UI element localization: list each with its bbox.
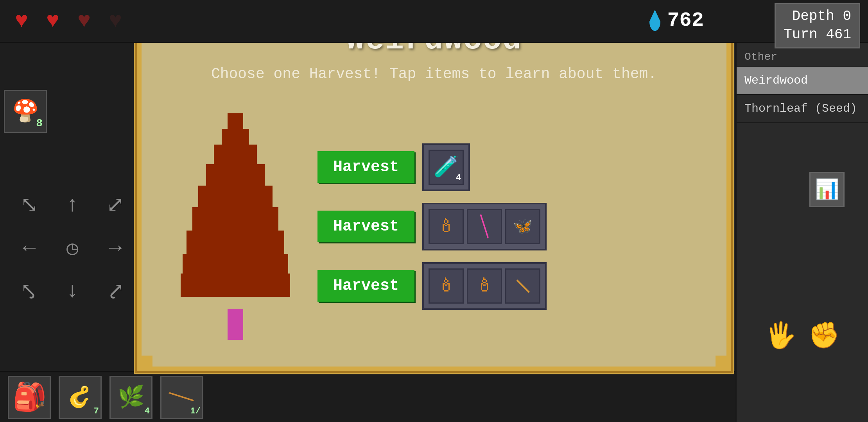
hand-icons-area: 🖐 ✊	[737, 320, 868, 352]
plant-badge: 4	[145, 406, 150, 416]
dpad-left[interactable]: ←	[12, 231, 47, 266]
mushroom-icon: 🍄	[12, 98, 39, 125]
heart-4: ♥	[102, 7, 129, 35]
harvest-2-items: 🕯 ╱ 🦋	[422, 203, 547, 250]
item-slot-wings[interactable]: 🦋	[505, 209, 540, 244]
item-slot-stick[interactable]: |	[505, 268, 540, 304]
harvest-button-1[interactable]: Harvest	[317, 151, 414, 183]
potion-icon: 🧪	[434, 155, 459, 180]
water-icon	[646, 8, 664, 33]
hearts-container: ♥ ♥ ♥ ♥	[8, 7, 129, 35]
right-hand-icon[interactable]: ✊	[808, 320, 840, 352]
torch-icon-1: 🕯	[437, 215, 456, 238]
harvest-1-items: 🧪 4	[422, 143, 470, 191]
dpad-right[interactable]: →	[98, 231, 133, 266]
modal-subtitle: Choose one Harvest! Tap items to learn a…	[211, 66, 657, 82]
sidebar-right: Other Weirdwood Thornleaf (Seed) 📊 🖐 ✊	[735, 43, 868, 422]
hook-icon: 🪝	[62, 379, 99, 415]
stick-icon: |	[511, 274, 534, 297]
bottom-toolbar: 🎒 🪝 7 🌿 4 ╲ 1/	[0, 371, 735, 422]
heart-3: ♥	[70, 7, 98, 35]
tree-illustration	[161, 113, 310, 340]
item-slot-sword[interactable]: ╱	[467, 209, 502, 244]
mushroom-count: 8	[36, 117, 43, 129]
dpad-down-right[interactable]: ⤤	[98, 274, 133, 309]
item-slot-torch-1[interactable]: 🕯	[429, 209, 464, 244]
harvest-row-2: Harvest 🕯 ╱ 🦋	[317, 203, 707, 250]
item-slot-torch-2[interactable]: 🕯	[429, 268, 464, 304]
water-count: 762	[667, 9, 704, 32]
dpad-up-right-icon: ⤢	[106, 192, 124, 218]
heart-2: ♥	[39, 7, 66, 35]
toolbar-hook[interactable]: 🪝 7	[59, 376, 102, 419]
top-bar: ♥ ♥ ♥ ♥ 762 Depth 0 Turn 461	[0, 0, 868, 43]
modal-overlay: Weirdwood Choose one Harvest! Tap items …	[137, 6, 731, 371]
dpad-up-left[interactable]: ⤡	[12, 188, 47, 223]
hook-badge: 7	[94, 406, 99, 416]
sidebar-item-thornleaf[interactable]: Thornleaf (Seed)	[737, 95, 868, 123]
sidebar-item-weirdwood[interactable]: Weirdwood	[737, 67, 868, 95]
torch-icon-2: 🕯	[437, 275, 456, 297]
item-slot-potion[interactable]: 🧪 4	[429, 150, 464, 185]
depth-turn-display: Depth 0 Turn 461	[775, 3, 860, 48]
water-display: 762	[646, 8, 704, 33]
left-hand-icon[interactable]: 🖐	[765, 320, 796, 352]
toolbar-backpack[interactable]: 🎒	[8, 376, 51, 419]
harvest-button-3[interactable]: Harvest	[317, 270, 414, 302]
corner-bl	[137, 356, 152, 371]
dpad-up[interactable]: ↑	[55, 188, 90, 223]
backpack-icon: 🎒	[13, 381, 47, 414]
dpad-down-icon: ↓	[66, 279, 79, 304]
modal-box: Weirdwood Choose one Harvest! Tap items …	[137, 6, 731, 371]
harvest-row-1: Harvest 🧪 4	[317, 143, 707, 191]
harvest-row-3: Harvest 🕯 🕯 |	[317, 262, 707, 310]
weirdwood-tree	[181, 113, 290, 340]
turn-label: Turn 461	[784, 26, 851, 44]
dpad-down[interactable]: ↓	[55, 274, 90, 309]
dpad-area: ⤡ ↑ ⤢ ← ◷ → ⤣ ↓ ⤤	[12, 188, 137, 313]
tree-trunk	[228, 309, 243, 340]
dpad-left-icon: ←	[23, 236, 36, 261]
plant-icon: 🌿	[118, 384, 145, 411]
dpad-down-left[interactable]: ⤣	[12, 274, 47, 309]
dpad-center-icon: ◷	[66, 236, 78, 260]
dpad-right-icon: →	[109, 236, 122, 261]
harvest-3-items: 🕯 🕯 |	[422, 262, 547, 310]
stats-icon: 📊	[815, 178, 839, 202]
wings-icon: 🦋	[513, 217, 533, 236]
sword-icon: ╱	[472, 214, 497, 238]
modal-content: Harvest 🧪 4 Harvest 🕯	[161, 98, 707, 355]
dpad-up-left-icon: ⤡	[20, 192, 38, 218]
depth-label: Depth 0	[784, 7, 851, 26]
potion-count: 4	[456, 173, 461, 183]
dpad-up-icon: ↑	[66, 193, 79, 218]
dpad-down-right-icon: ⤤	[106, 278, 124, 304]
stats-icon-box[interactable]: 📊	[809, 172, 845, 207]
dpad-down-left-icon: ⤣	[20, 278, 38, 304]
left-game-area: 🍄 8 ⤡ ↑ ⤢ ← ◷ → ⤣ ↓ ⤤	[0, 43, 137, 371]
harvest-button-2[interactable]: Harvest	[317, 211, 414, 242]
corner-br	[716, 356, 731, 371]
stick-badge: 1/	[190, 406, 201, 416]
toolbar-plant[interactable]: 🌿 4	[109, 376, 152, 419]
dpad-up-right[interactable]: ⤢	[98, 188, 133, 223]
heart-1: ♥	[8, 7, 35, 35]
torch-icon-3: 🕯	[475, 275, 494, 297]
mushroom-item[interactable]: 🍄 8	[4, 90, 47, 133]
toolbar-stick[interactable]: ╲ 1/	[160, 376, 203, 419]
dpad-center[interactable]: ◷	[55, 231, 90, 266]
harvest-options: Harvest 🧪 4 Harvest 🕯	[317, 143, 707, 310]
item-slot-torch-3[interactable]: 🕯	[467, 268, 502, 304]
